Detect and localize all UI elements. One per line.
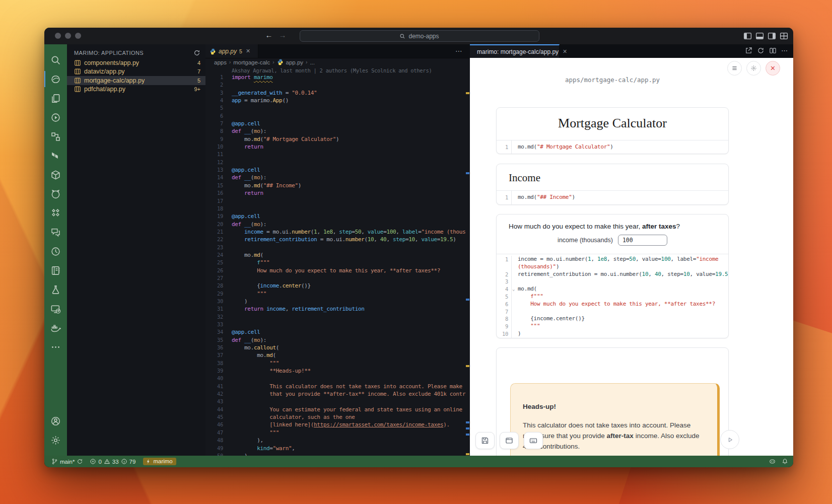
settings-button[interactable] [746, 61, 761, 76]
preview-line-number [497, 263, 512, 271]
split-editor-icon[interactable] [769, 47, 777, 54]
search-icon[interactable] [44, 50, 67, 69]
back-icon[interactable]: ← [264, 31, 274, 39]
toggle-panel-icon[interactable] [755, 32, 764, 40]
code-line: 21 income = mo.ui.number(1, 1e8, step=50… [205, 228, 466, 236]
line-number: 6 [205, 112, 223, 120]
tab-app-py[interactable]: app.py 5 ✕ [205, 44, 258, 58]
marimo-status-item[interactable]: marimo [143, 458, 176, 465]
settings-icon[interactable] [44, 430, 67, 450]
line-number: 14 [205, 174, 223, 181]
close-icon[interactable]: ✕ [563, 48, 567, 55]
menu-button[interactable] [727, 61, 742, 76]
breadcrumb-mortgage-calc[interactable]: mortgage-calc [233, 59, 270, 65]
line-number: 28 [205, 282, 223, 290]
refresh-icon[interactable] [757, 47, 765, 54]
beaker-icon[interactable] [44, 280, 67, 299]
sidebar-item[interactable]: components/app.py4 [67, 58, 205, 67]
code-text: income = mo.ui.number(1, 1e8, step=50, v… [223, 228, 466, 236]
command-center-search[interactable]: demo-apps [300, 30, 539, 42]
breadcrumb-apps[interactable]: apps [214, 59, 227, 65]
line-number: 1 [205, 74, 223, 81]
keyboard-shortcuts-button[interactable] [524, 432, 543, 449]
preview-code-text: How much do you expect to make this year… [512, 301, 715, 308]
comments-icon[interactable] [44, 223, 67, 242]
git-branch-item[interactable]: main* [49, 458, 85, 465]
code-line: 41 This calculator does not take taxes i… [205, 383, 466, 390]
docker-icon[interactable] [44, 318, 67, 337]
code-line: 2 [205, 81, 466, 89]
problems-item[interactable]: 0 33 79 [88, 458, 137, 465]
toggle-sidebar-icon[interactable] [743, 32, 752, 40]
minimize-window-button[interactable] [65, 33, 71, 39]
github-icon[interactable] [44, 184, 67, 203]
code-text: ) [223, 452, 247, 456]
code-line: 9 mo.md("# Mortgage Calculator") [205, 135, 466, 143]
run-button[interactable] [720, 430, 739, 449]
code-line: 35def __(mo): [205, 336, 466, 344]
terraform-icon[interactable] [44, 146, 67, 165]
cell-code[interactable]: 1income = mo.ui.number(1, 1e8, step=50, … [497, 256, 728, 338]
clock-icon[interactable] [44, 242, 67, 261]
marimo-icon[interactable] [44, 69, 67, 89]
fold-caret[interactable]: ⌄ [512, 285, 515, 293]
branch-name: main* [60, 459, 75, 465]
cell-code[interactable]: 1mo.md("## Income") [497, 191, 728, 204]
line-number: 15 [205, 182, 223, 189]
notebook-icon[interactable] [44, 261, 67, 280]
gitlens-blame-annotation[interactable]: Akshay Agrawal, last month | 2 authors (… [232, 67, 432, 74]
code-line: 23 [205, 244, 466, 251]
breadcrumb-app-py[interactable]: app.py [286, 59, 304, 65]
line-number: 37 [205, 351, 223, 359]
preview-code-line: 6 How much do you expect to make this ye… [497, 301, 728, 308]
cell-code[interactable]: 1mo.md("# Mortgage Calculator") [497, 140, 728, 154]
code-text [223, 274, 232, 282]
customize-layout-icon[interactable] [780, 32, 788, 40]
close-icon: ✕ [770, 64, 776, 72]
diamonds-icon[interactable] [44, 203, 67, 223]
code-text: mo.md( [223, 251, 263, 259]
warning-count: 33 [112, 459, 119, 465]
sidebar-item[interactable]: dataviz/app.py7 [67, 67, 205, 77]
line-number: 13 [205, 166, 223, 174]
cell-income-heading: Income 1mo.md("## Income") [496, 164, 729, 205]
remote-icon[interactable] [44, 299, 67, 318]
preview-code-line: (thousands)") [497, 263, 728, 271]
line-number: 30 [205, 298, 223, 305]
code-text: mo.md("## Income") [223, 182, 301, 189]
account-icon[interactable] [44, 411, 67, 430]
toggle-secondary-sidebar-icon[interactable] [768, 32, 776, 40]
titlebar: ← → demo-apps [44, 28, 793, 45]
files-icon[interactable] [44, 89, 67, 108]
more-actions-icon[interactable]: ⋯ [781, 47, 788, 54]
code-line: 28 {income.center()} [205, 282, 466, 290]
code-line: 15 mo.md("## Income") [205, 182, 466, 189]
zoom-window-button[interactable] [75, 33, 81, 39]
more-actions-icon[interactable]: ⋯ [455, 47, 463, 55]
code-text: This calculator does not take taxes into… [223, 383, 466, 390]
close-window-button[interactable] [55, 33, 61, 39]
more-icon[interactable] [44, 337, 67, 356]
save-button[interactable] [475, 432, 495, 449]
breadcrumb-more[interactable]: ... [310, 59, 315, 65]
python-icon [210, 48, 216, 54]
tab-marimo-preview[interactable]: marimo: mortgage-calc/app.py ✕ [470, 44, 560, 58]
run-icon[interactable] [44, 108, 67, 127]
forward-icon[interactable]: → [278, 31, 288, 39]
symbols-icon[interactable] [44, 127, 67, 146]
open-external-icon[interactable] [745, 47, 752, 54]
income-number-input[interactable] [618, 235, 667, 246]
copilot-icon[interactable] [769, 458, 776, 465]
info-count: 79 [129, 459, 136, 465]
open-in-browser-button[interactable] [500, 432, 519, 449]
package-icon[interactable] [44, 165, 67, 184]
breadcrumb[interactable]: apps› mortgage-calc› app.py› ... [214, 58, 470, 66]
refresh-icon[interactable] [193, 49, 200, 56]
shutdown-button[interactable]: ✕ [766, 61, 780, 76]
sidebar-item[interactable]: mortgage-calc/app.py5 [67, 76, 205, 85]
code-editor[interactable]: 1import marimo23__generated_with = "0.0.… [205, 74, 466, 456]
sidebar-item[interactable]: pdfchat/app.py9+ [67, 85, 205, 94]
close-icon[interactable]: ✕ [246, 48, 250, 54]
preview-code-line: 1mo.md("## Income") [497, 191, 728, 204]
notifications-bell-icon[interactable] [782, 458, 788, 465]
